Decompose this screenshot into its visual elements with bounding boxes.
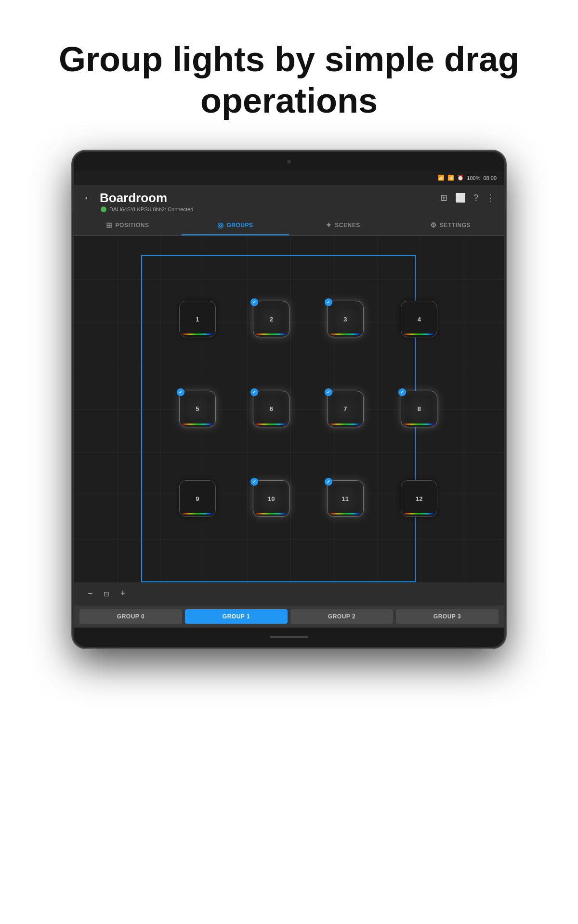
connection-badge: DALI64SYLKPSU 8bb2: Connected bbox=[83, 205, 495, 212]
check-badge-5 bbox=[177, 388, 184, 396]
status-bar: 📶 📶 ⏰ 100% 08:00 bbox=[74, 171, 504, 185]
light-number-2: 2 bbox=[270, 316, 273, 323]
light-fixture-8[interactable]: 8 bbox=[401, 391, 437, 427]
group-tab-1[interactable]: GROUP 1 bbox=[185, 609, 288, 624]
app-header-left: ← Boardroom bbox=[83, 191, 167, 205]
tablet-wrapper: 📶 📶 ⏰ 100% 08:00 ← Boardroom ⊞ ⬜ ? bbox=[0, 151, 578, 648]
group-tab-0[interactable]: GROUP 0 bbox=[79, 609, 182, 624]
tab-groups[interactable]: ◎ GROUPS bbox=[182, 216, 289, 235]
help-icon[interactable]: ? bbox=[473, 193, 478, 203]
groups-icon: ◎ bbox=[217, 221, 224, 230]
light-cell-12: 12 bbox=[382, 471, 457, 526]
light-number-5: 5 bbox=[196, 405, 199, 412]
tab-positions-label: POSITIONS bbox=[116, 222, 149, 229]
light-cell-6: 6 bbox=[235, 381, 309, 437]
light-cell-4: 4 bbox=[382, 291, 457, 347]
light-cell-7: 7 bbox=[308, 381, 382, 437]
group-tab-3[interactable]: GROUP 3 bbox=[396, 609, 499, 624]
light-fixture-10[interactable]: 10 bbox=[253, 480, 289, 517]
light-fixture-11[interactable]: 11 bbox=[327, 480, 364, 517]
alarm-icon: ⏰ bbox=[457, 175, 464, 181]
bottom-toolbar: − ⊡ + bbox=[74, 582, 504, 605]
light-fixture-6[interactable]: 6 bbox=[253, 391, 289, 427]
light-fixture-3[interactable]: 3 bbox=[327, 301, 364, 337]
group-tab-2[interactable]: GROUP 2 bbox=[290, 609, 393, 624]
light-cell-5: 5 bbox=[160, 381, 235, 437]
select-all-icon[interactable]: ⬜ bbox=[455, 192, 466, 203]
light-fixture-7[interactable]: 7 bbox=[327, 391, 364, 427]
tab-settings[interactable]: ⚙ SETTINGS bbox=[397, 216, 505, 235]
tab-settings-label: SETTINGS bbox=[440, 222, 471, 229]
tab-groups-label: GROUPS bbox=[226, 222, 253, 229]
page-title: Group lights by simple drag operations bbox=[19, 38, 559, 122]
tab-positions[interactable]: ⊞ POSITIONS bbox=[74, 216, 182, 235]
tablet-bottom-bezel bbox=[74, 628, 504, 647]
light-grid-area: 1 2 3 bbox=[74, 236, 504, 582]
light-cell-3: 3 bbox=[308, 291, 382, 347]
connection-status-dot bbox=[101, 206, 106, 212]
light-number-1: 1 bbox=[196, 316, 199, 323]
check-badge-10 bbox=[250, 478, 258, 486]
more-menu-icon[interactable]: ⋮ bbox=[486, 192, 495, 203]
zoom-in-button[interactable]: + bbox=[116, 587, 130, 601]
light-fixture-1[interactable]: 1 bbox=[179, 301, 216, 337]
light-fixture-2[interactable]: 2 bbox=[253, 301, 289, 337]
page-header: Group lights by simple drag operations bbox=[0, 0, 578, 151]
scenes-icon: ✦ bbox=[326, 221, 332, 230]
app-title: Boardroom bbox=[100, 191, 167, 205]
light-fixture-9[interactable]: 9 bbox=[179, 480, 216, 517]
light-number-4: 4 bbox=[418, 316, 421, 323]
bluetooth-icon: 📶 bbox=[438, 175, 445, 181]
tab-scenes-label: SCENES bbox=[335, 222, 360, 229]
light-number-8: 8 bbox=[418, 405, 421, 412]
zoom-out-button[interactable]: − bbox=[83, 587, 97, 601]
light-number-3: 3 bbox=[343, 316, 347, 323]
check-badge-6 bbox=[250, 388, 258, 396]
grid-icon[interactable]: ⊞ bbox=[440, 192, 447, 203]
check-badge-11 bbox=[325, 478, 332, 486]
app-header-top: ← Boardroom ⊞ ⬜ ? ⋮ bbox=[83, 191, 495, 205]
app-header-right: ⊞ ⬜ ? ⋮ bbox=[440, 192, 495, 203]
light-fixture-12[interactable]: 12 bbox=[401, 480, 437, 517]
light-fixture-5[interactable]: 5 bbox=[179, 391, 216, 427]
light-cell-2: 2 bbox=[235, 291, 309, 347]
wifi-icon: 📶 bbox=[447, 175, 454, 181]
battery-indicator: 100% bbox=[467, 175, 480, 181]
connection-text: DALI64SYLKPSU 8bb2: Connected bbox=[109, 206, 193, 212]
time-display: 08:00 bbox=[483, 175, 497, 181]
app-header: ← Boardroom ⊞ ⬜ ? ⋮ DALI64SYLKPSU 8bb2: … bbox=[74, 185, 504, 216]
back-button[interactable]: ← bbox=[83, 192, 94, 204]
tablet-top-bezel bbox=[74, 152, 504, 171]
group-tabs: GROUP 0 GROUP 1 GROUP 2 GROUP 3 bbox=[74, 605, 504, 628]
light-cell-11: 11 bbox=[308, 471, 382, 526]
check-badge-2 bbox=[250, 298, 258, 306]
light-number-6: 6 bbox=[270, 405, 273, 412]
tab-scenes[interactable]: ✦ SCENES bbox=[289, 216, 397, 235]
light-fixture-4[interactable]: 4 bbox=[401, 301, 437, 337]
lights-container: 1 2 3 bbox=[74, 236, 504, 582]
camera-dot bbox=[287, 160, 291, 164]
light-number-10: 10 bbox=[268, 495, 275, 502]
check-badge-7 bbox=[325, 388, 332, 396]
light-cell-10: 10 bbox=[235, 471, 309, 526]
tablet-device: 📶 📶 ⏰ 100% 08:00 ← Boardroom ⊞ ⬜ ? bbox=[72, 151, 506, 648]
check-badge-8 bbox=[398, 388, 406, 396]
settings-icon: ⚙ bbox=[430, 221, 437, 230]
home-indicator bbox=[270, 636, 308, 638]
fit-screen-button[interactable]: ⊡ bbox=[104, 590, 109, 598]
light-number-9: 9 bbox=[196, 495, 199, 502]
check-badge-3 bbox=[325, 298, 332, 306]
light-number-7: 7 bbox=[343, 405, 347, 412]
positions-icon: ⊞ bbox=[106, 221, 113, 230]
light-cell-1: 1 bbox=[160, 291, 235, 347]
light-number-11: 11 bbox=[342, 495, 349, 502]
light-cell-8: 8 bbox=[382, 381, 457, 437]
light-cell-9: 9 bbox=[160, 471, 235, 526]
light-number-12: 12 bbox=[416, 495, 422, 502]
tablet-screen: 📶 📶 ⏰ 100% 08:00 ← Boardroom ⊞ ⬜ ? bbox=[74, 171, 504, 628]
app-tabs: ⊞ POSITIONS ◎ GROUPS ✦ SCENES ⚙ SETTINGS bbox=[74, 216, 504, 236]
